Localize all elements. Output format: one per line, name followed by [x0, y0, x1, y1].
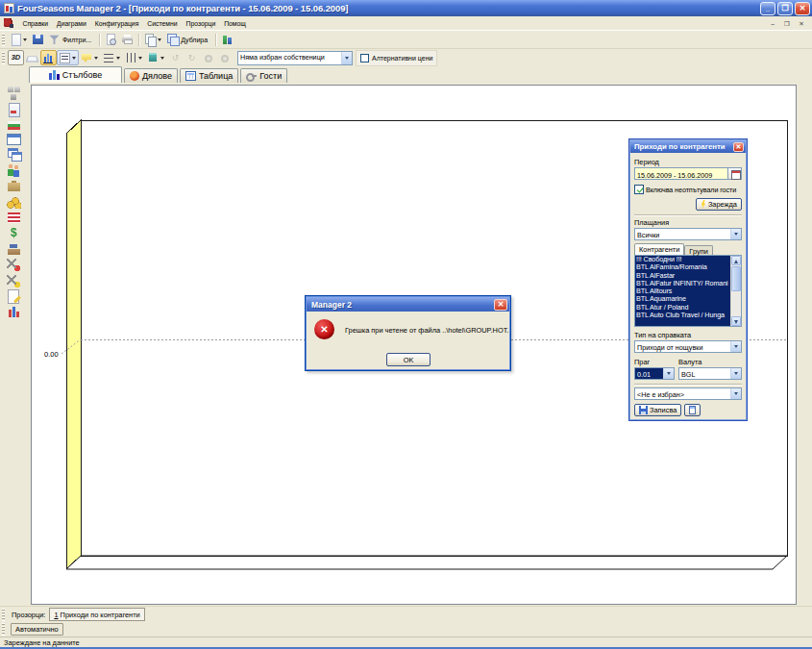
panel-title-bar[interactable]: Приходи по контрагенти ✕ — [630, 140, 746, 153]
payments-combo[interactable]: Всички — [634, 228, 742, 240]
card-icon[interactable] — [7, 103, 21, 116]
minimize-button[interactable]: _ — [760, 2, 775, 15]
currency-combo[interactable]: BGL — [678, 367, 742, 380]
toolbar-gripper[interactable] — [2, 609, 5, 621]
cal-icon[interactable] — [7, 134, 21, 145]
dialog-title-bar[interactable]: Manager 2 ✕ — [307, 297, 509, 312]
tab-pie[interactable]: Дялове — [124, 68, 178, 83]
list-scrollbar[interactable] — [730, 256, 741, 326]
list-item[interactable]: BTL Alltours — [635, 287, 730, 295]
shape-button[interactable] — [24, 50, 40, 65]
list-item[interactable]: !!! Свободни !!! — [635, 256, 730, 263]
dropdown-arrow-icon — [23, 38, 27, 41]
cube-button[interactable] — [145, 50, 167, 65]
cashgrid-icon[interactable] — [7, 211, 21, 224]
auto-button[interactable]: Автоматично — [11, 623, 63, 636]
toolbar-gripper[interactable] — [2, 52, 5, 64]
menu-item[interactable]: Конфигурация — [90, 18, 143, 29]
view-tabs: Стълбове Дялове Таблица Гости — [0, 66, 812, 83]
pie-chart-icon — [130, 71, 139, 81]
new-button[interactable] — [8, 32, 30, 47]
alt-prices-checkbox[interactable] — [360, 54, 369, 62]
tab-table[interactable]: Таблица — [180, 68, 238, 83]
toolbar-separator — [99, 34, 100, 46]
legend-button[interactable] — [57, 50, 79, 65]
threshold-combo[interactable]: 0.01 — [634, 367, 675, 380]
load-button[interactable]: Зарежда — [696, 198, 742, 211]
toolbar-gripper[interactable] — [2, 623, 5, 636]
mdi-minimize-icon[interactable]: – — [768, 19, 777, 28]
save-report-button[interactable]: Записва — [634, 404, 681, 416]
print-preview-button[interactable] — [103, 32, 119, 47]
mdi-close-icon[interactable]: ✕ — [797, 19, 806, 28]
toolbar-gripper[interactable] — [2, 34, 5, 46]
combo-dropdown-icon[interactable] — [730, 388, 741, 399]
menu-item[interactable]: Справки — [18, 18, 53, 29]
window-tab-button[interactable]: 1 Приходи по контрагенти — [49, 608, 144, 621]
vgrid-button[interactable] — [123, 50, 145, 65]
template-combo[interactable]: <Не е избран> — [634, 387, 742, 400]
coins-icon[interactable] — [7, 195, 21, 209]
report-button[interactable] — [219, 32, 235, 47]
calendar-button[interactable] — [728, 167, 742, 180]
combo-dropdown-icon[interactable] — [730, 341, 741, 352]
table-button[interactable] — [684, 404, 701, 416]
restore-button[interactable]: ❐ — [777, 2, 793, 15]
wincopy-icon[interactable] — [7, 148, 21, 162]
phone-icon[interactable] — [7, 242, 21, 256]
scroll-up-icon[interactable] — [731, 256, 741, 265]
list-item[interactable]: BTL AlFamina/Romania — [635, 263, 730, 271]
list-item[interactable]: BTL AlFastar — [635, 272, 730, 280]
chart-icon[interactable] — [7, 305, 21, 318]
combo-dropdown-icon[interactable] — [663, 368, 674, 379]
zoom-in-button[interactable] — [216, 50, 233, 65]
filters-button[interactable]: Филтри... — [46, 32, 96, 47]
duplicate-button[interactable]: Дублира — [164, 32, 212, 47]
people-icon[interactable] — [7, 163, 21, 177]
list-item[interactable]: BTL AlFatur INFINITY/ Romani — [635, 280, 730, 287]
note-icon[interactable] — [7, 289, 21, 303]
tab-guests[interactable]: Гости — [240, 68, 287, 83]
list-item[interactable]: BTL Aquamarine — [635, 295, 730, 303]
cutred-icon[interactable] — [7, 258, 21, 271]
cutyellow-icon[interactable] — [7, 274, 21, 287]
labels-button[interactable] — [79, 50, 101, 65]
dollar-icon[interactable] — [7, 226, 21, 239]
print-icon — [122, 34, 133, 45]
3d-toggle-button[interactable]: 3D — [8, 50, 24, 65]
owner-combo[interactable]: Няма избран собственици — [237, 51, 353, 65]
menu-item[interactable]: Помощ — [220, 18, 251, 29]
brief-icon[interactable] — [7, 179, 21, 192]
tab-bars[interactable]: Стълбове — [29, 66, 122, 83]
building-icon[interactable] — [7, 87, 21, 100]
list-item[interactable]: BTL Auto Club Travel / Hunga — [635, 312, 730, 319]
include-guests-checkbox[interactable] — [634, 185, 644, 194]
close-button[interactable]: ✕ — [795, 2, 810, 15]
list-item[interactable]: BTL Atur / Poland — [635, 304, 730, 312]
period-input[interactable]: 15.06.2009 - 15.06.2009 — [634, 167, 728, 180]
rotate-left-button[interactable]: ↺ — [167, 50, 184, 65]
print-button[interactable] — [119, 32, 135, 47]
copy-button[interactable] — [142, 32, 164, 47]
combo-dropdown-icon[interactable] — [730, 229, 741, 239]
scroll-down-icon[interactable] — [731, 316, 741, 326]
mdi-restore-icon[interactable]: ❐ — [782, 19, 792, 28]
tab-contractors[interactable]: Контрагенти — [634, 243, 684, 255]
rotate-right-button[interactable]: ↻ — [184, 50, 200, 65]
hgrid-button[interactable] — [101, 50, 123, 65]
dialog-close-button[interactable]: ✕ — [494, 299, 507, 311]
report-type-combo[interactable]: Приходи от нощувки — [634, 340, 742, 353]
menu-item[interactable]: Системни — [143, 18, 182, 29]
ok-button[interactable]: OK — [386, 353, 431, 366]
bars-style-button[interactable] — [40, 50, 57, 65]
combo-dropdown-icon[interactable] — [341, 52, 352, 64]
scroll-thumb[interactable] — [731, 266, 741, 291]
zoom-out-button[interactable] — [200, 50, 216, 65]
menu-item[interactable]: Прозорци — [182, 18, 220, 29]
tab-groups[interactable]: Групи — [684, 245, 712, 255]
menu-item[interactable]: Диаграми — [53, 18, 91, 29]
combo-dropdown-icon[interactable] — [730, 368, 741, 379]
save-button[interactable] — [30, 32, 46, 47]
panel-close-button[interactable]: ✕ — [733, 142, 744, 152]
flag-icon[interactable] — [7, 118, 21, 132]
